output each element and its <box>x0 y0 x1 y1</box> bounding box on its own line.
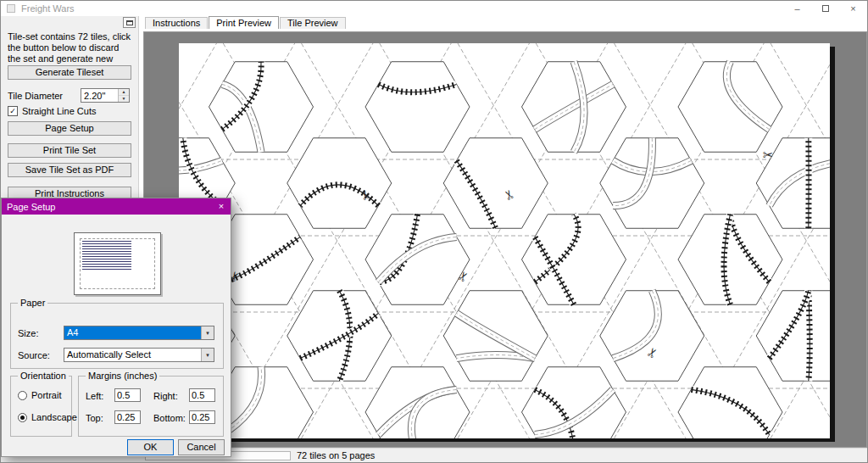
ok-button[interactable]: OK <box>127 439 174 455</box>
status-text: 72 tiles on 5 pages <box>297 450 375 460</box>
panel-pin-button[interactable] <box>123 17 136 28</box>
tile-diameter-input[interactable] <box>81 89 118 102</box>
tile-diameter-label: Tile Diameter <box>8 91 63 101</box>
generate-tileset-button[interactable]: Generate Tileset <box>8 65 131 80</box>
tile-diameter-spinbox: ▲ ▼ <box>81 88 130 103</box>
straight-line-cuts-row[interactable]: ✓ Straight Line Cuts <box>8 106 96 116</box>
landscape-radio-row[interactable]: Landscape <box>18 412 77 422</box>
spinner-up-icon[interactable]: ▲ <box>119 89 129 96</box>
preview-page: ✂✂✂✂✂✂ <box>179 43 830 438</box>
chevron-down-icon[interactable]: ▼ <box>201 326 214 339</box>
straight-line-cuts-checkbox[interactable]: ✓ <box>8 106 18 116</box>
page-setup-dialog: Page Setup × Paper Size: A4 ▼ Source: Au… <box>1 198 231 457</box>
tile-page-svg: ✂✂✂✂✂✂ <box>179 43 830 438</box>
cancel-button[interactable]: Cancel <box>178 439 225 455</box>
paper-source-value: Automatically Select <box>64 349 201 361</box>
chevron-down-icon[interactable]: ▼ <box>201 349 214 361</box>
portrait-label: Portrait <box>31 390 61 400</box>
print-tile-set-button[interactable]: Print Tile Set <box>8 143 131 158</box>
preview-canvas[interactable]: ✂✂✂✂✂✂ <box>143 31 867 448</box>
margin-left-input[interactable] <box>114 388 141 402</box>
orientation-group: Orientation Portrait Landscape <box>10 376 72 437</box>
orientation-group-label: Orientation <box>18 371 69 381</box>
tab-tile-preview[interactable]: Tile Preview <box>280 17 346 29</box>
thumbnail-text-lines <box>82 241 131 270</box>
tab-instructions[interactable]: Instructions <box>145 17 208 29</box>
margin-top-input[interactable] <box>114 410 141 424</box>
dialog-close-button[interactable]: × <box>214 200 228 213</box>
page-setup-button[interactable]: Page Setup <box>8 121 131 136</box>
source-label: Source: <box>18 350 50 360</box>
app-icon <box>7 4 15 13</box>
margins-group-label: Margins (inches) <box>86 371 159 381</box>
minimize-button[interactable]: – <box>783 1 811 16</box>
maximize-button[interactable] <box>811 1 839 16</box>
size-label: Size: <box>18 328 38 338</box>
margin-bottom-input[interactable] <box>189 410 215 424</box>
spinner-down-icon[interactable]: ▼ <box>119 96 129 102</box>
margin-top-label: Top: <box>86 413 103 423</box>
straight-line-cuts-label: Straight Line Cuts <box>22 106 96 116</box>
paper-group-label: Paper <box>18 298 47 308</box>
close-button[interactable]: × <box>839 1 867 16</box>
portrait-radio[interactable] <box>18 391 27 400</box>
print-preview-pane: ✂✂✂✂✂✂ <box>139 29 867 448</box>
page-preview-thumbnail <box>74 232 161 295</box>
window-controls: – × <box>783 1 867 16</box>
dialog-title: Page Setup <box>7 202 56 212</box>
margin-right-label: Right: <box>153 391 178 401</box>
margin-right-input[interactable] <box>189 388 215 402</box>
tile-diameter-spinner: ▲ ▼ <box>118 89 129 102</box>
landscape-label: Landscape <box>31 412 77 422</box>
margin-left-label: Left: <box>86 391 103 401</box>
tab-print-preview[interactable]: Print Preview <box>209 16 279 29</box>
pin-icon <box>126 20 133 25</box>
paper-size-combo[interactable]: A4 ▼ <box>64 326 214 340</box>
landscape-radio[interactable] <box>18 413 27 422</box>
paper-size-value: A4 <box>64 326 201 339</box>
save-tile-set-pdf-button[interactable]: Save Tile Set as PDF <box>8 163 131 177</box>
paper-group: Paper Size: A4 ▼ Source: Automatically S… <box>10 303 224 369</box>
app-window: Freight Wars – × Tile-set contains 72 ti… <box>0 0 868 463</box>
portrait-radio-row[interactable]: Portrait <box>18 390 61 400</box>
margin-bottom-label: Bottom: <box>153 413 186 423</box>
dialog-titlebar[interactable]: Page Setup × <box>2 198 231 215</box>
scissors-icon: ✂ <box>763 148 774 162</box>
tab-strip: Instructions Print Preview Tile Preview <box>139 16 867 29</box>
margins-group: Margins (inches) Left: Right: Top: Botto… <box>78 376 224 437</box>
maximize-icon <box>822 5 829 12</box>
window-title: Freight Wars <box>21 3 75 14</box>
window-titlebar: Freight Wars – × <box>1 1 867 16</box>
paper-source-combo[interactable]: Automatically Select ▼ <box>64 348 214 362</box>
